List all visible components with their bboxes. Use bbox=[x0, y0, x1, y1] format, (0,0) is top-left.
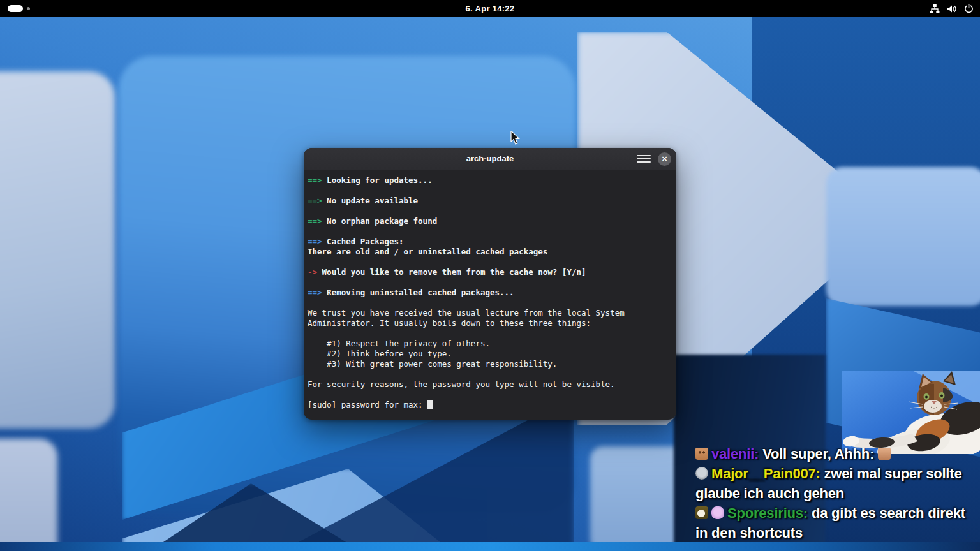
terminal-text-segment: ==> bbox=[308, 175, 322, 185]
skull-badge bbox=[695, 467, 708, 480]
wallpaper-shape bbox=[0, 71, 115, 429]
clock[interactable]: 6. Apr 14:22 bbox=[0, 4, 980, 13]
terminal-line: Administrator. It usually boils down to … bbox=[308, 318, 671, 328]
wallpaper-shape bbox=[826, 167, 980, 306]
chat-overlay-inner: valenii: Voll super, Ahhh:Major__Pain007… bbox=[695, 448, 980, 543]
terminal-text-segment: No orphan package found bbox=[322, 216, 438, 226]
terminal-text-segment: #3) With great power comes great respons… bbox=[308, 359, 557, 369]
network-icon[interactable] bbox=[930, 4, 940, 14]
terminal-line bbox=[308, 277, 671, 288]
cat-webcam-overlay bbox=[837, 370, 980, 454]
terminal-window: arch-update × ==> Looking for updates...… bbox=[304, 148, 676, 420]
chat-message: Major__Pain007: zwei mal super sollte gl… bbox=[695, 464, 980, 503]
terminal-text-segment: Looking for updates... bbox=[322, 175, 433, 185]
terminal-text-segment: Would you like to remove them from the c… bbox=[317, 267, 586, 277]
wallpaper-shape bbox=[0, 439, 57, 551]
cat-image bbox=[837, 370, 980, 454]
terminal-text-segment: No update available bbox=[322, 196, 419, 205]
terminal-text-segment: ==> bbox=[308, 288, 322, 297]
terminal-text-segment: #2) Think before you type. bbox=[308, 349, 452, 358]
mouse-pointer bbox=[510, 131, 521, 147]
person-emote bbox=[878, 448, 891, 460]
system-tray[interactable] bbox=[930, 0, 974, 17]
terminal-line bbox=[308, 328, 671, 339]
terminal-line bbox=[308, 298, 671, 308]
chat-overlay: valenii: Voll super, Ahhh:Major__Pain007… bbox=[695, 448, 980, 551]
terminal-line: #2) Think before you type. bbox=[308, 349, 671, 359]
terminal-text-segment: -> bbox=[308, 267, 317, 277]
window-titlebar[interactable]: arch-update × bbox=[304, 148, 676, 170]
hamburger-menu-button[interactable] bbox=[637, 152, 651, 166]
terminal-line bbox=[308, 226, 671, 237]
terminal-line: [sudo] password for max: bbox=[308, 400, 671, 410]
terminal-line: #1) Respect the privacy of others. bbox=[308, 339, 671, 349]
terminal-line: We trust you have received the usual lec… bbox=[308, 308, 671, 318]
chat-username: Sporesirius: bbox=[727, 505, 812, 521]
menu-bar bbox=[637, 161, 651, 163]
terminal-line: For security reasons, the password you t… bbox=[308, 379, 671, 390]
terminal-line: #3) With great power comes great respons… bbox=[308, 359, 671, 369]
window-title: arch-update bbox=[304, 148, 676, 170]
terminal-text-cursor bbox=[427, 400, 433, 409]
face-badge bbox=[695, 448, 708, 460]
chat-message: Sporesirius: da gibt es search direkt in… bbox=[695, 503, 980, 543]
terminal-text-segment: [sudo] password for max: bbox=[308, 400, 427, 409]
terminal-line bbox=[308, 257, 671, 267]
terminal-output[interactable]: ==> Looking for updates...==> No update … bbox=[304, 170, 676, 410]
terminal-text-segment: For security reasons, the password you t… bbox=[308, 379, 615, 389]
top-bar: 6. Apr 14:22 bbox=[0, 0, 980, 17]
chat-username: valenii: bbox=[711, 448, 762, 462]
chat-username: Major__Pain007: bbox=[711, 466, 824, 481]
terminal-line: ==> Looking for updates... bbox=[308, 175, 671, 186]
terminal-text-segment: ==> bbox=[308, 237, 322, 246]
terminal-text-segment: #1) Respect the privacy of others. bbox=[308, 339, 490, 348]
chat-message: valenii: Voll super, Ahhh: bbox=[695, 448, 980, 464]
terminal-text-segment: Administrator. It usually boils down to … bbox=[308, 318, 591, 328]
terminal-text-segment: ==> bbox=[308, 196, 322, 205]
terminal-line bbox=[308, 186, 671, 196]
terminal-text-segment: There are old and / or uninstalled cache… bbox=[308, 247, 547, 256]
menu-bar bbox=[637, 155, 651, 156]
terminal-line: ==> Cached Packages: bbox=[308, 237, 671, 247]
terminal-line: -> Would you like to remove them from th… bbox=[308, 267, 671, 277]
terminal-line bbox=[308, 390, 671, 400]
terminal-line: There are old and / or uninstalled cache… bbox=[308, 247, 671, 257]
volume-icon[interactable] bbox=[947, 4, 957, 14]
desktop: 6. Apr 14:22 bbox=[0, 0, 980, 551]
terminal-line: ==> No update available bbox=[308, 196, 671, 206]
blob-badge bbox=[711, 506, 724, 519]
terminal-line bbox=[308, 369, 671, 379]
terminal-line: ==> Removing uninstalled cached packages… bbox=[308, 288, 671, 298]
menu-bar bbox=[637, 158, 651, 159]
power-icon[interactable] bbox=[964, 4, 974, 13]
close-button[interactable]: × bbox=[658, 152, 671, 166]
terminal-line bbox=[308, 206, 671, 216]
terminal-text-segment: Removing uninstalled cached packages... bbox=[322, 288, 514, 297]
terminal-line: ==> No orphan package found bbox=[308, 216, 671, 226]
terminal-text-segment: ==> bbox=[308, 216, 322, 226]
terminal-text-segment: We trust you have received the usual lec… bbox=[308, 308, 625, 318]
terminal-text-segment: Cached Packages: bbox=[322, 237, 404, 246]
duck-badge bbox=[695, 506, 708, 519]
chat-text: Voll super, Ahhh: bbox=[762, 448, 874, 462]
